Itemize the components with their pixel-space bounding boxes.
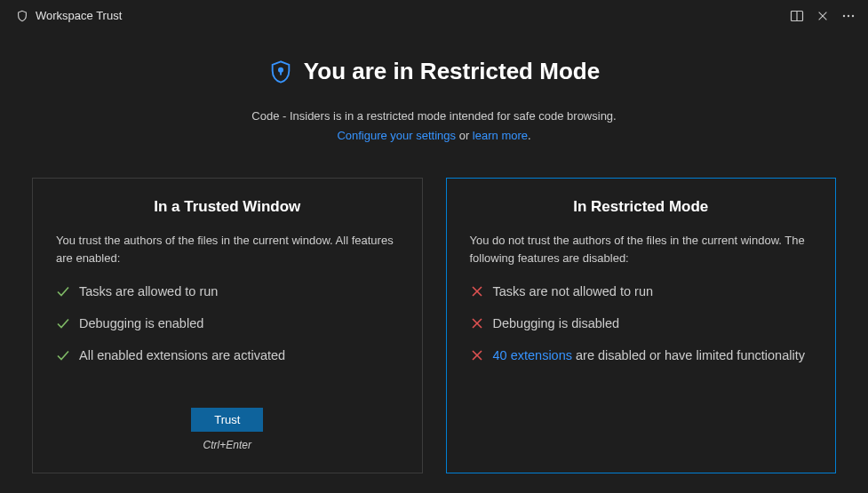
check-icon (56, 316, 70, 330)
tab-workspace-trust[interactable]: Workspace Trust (7, 0, 131, 31)
panel-trusted-title: In a Trusted Window (56, 198, 399, 216)
trust-shortcut: Ctrl+Enter (56, 439, 399, 451)
close-icon[interactable] (816, 10, 829, 22)
svg-point-5 (848, 14, 849, 16)
panel-trusted: In a Trusted Window You trust the author… (32, 178, 423, 473)
link-configure-settings[interactable]: Configure your settings (337, 129, 456, 142)
page-subtitle: Code - Insiders is in a restricted mode … (32, 107, 836, 146)
panel-restricted: In Restricted Mode You do not trust the … (446, 178, 837, 473)
svg-point-4 (843, 14, 845, 16)
tab-label: Workspace Trust (36, 9, 122, 22)
split-editor-icon[interactable] (790, 9, 804, 23)
more-actions-icon[interactable] (841, 9, 856, 23)
list-item: Tasks are not allowed to run (470, 282, 813, 302)
panel-restricted-title: In Restricted Mode (470, 198, 813, 216)
trust-button[interactable]: Trust (191, 408, 263, 432)
list-item: Tasks are allowed to run (56, 282, 399, 302)
list-item: 40 extensions are disabled or have limit… (470, 346, 813, 366)
panel-trusted-desc: You trust the authors of the files in th… (56, 232, 399, 266)
x-icon (470, 348, 484, 362)
list-item: Debugging is enabled (56, 314, 399, 334)
page-title: You are in Restricted Mode (304, 58, 600, 85)
svg-point-7 (279, 68, 283, 71)
panel-restricted-desc: You do not trust the authors of the file… (470, 232, 813, 266)
shield-icon (268, 60, 293, 84)
x-icon (470, 316, 484, 330)
list-item: All enabled extensions are activated (56, 346, 399, 366)
list-item: Debugging is disabled (470, 314, 813, 334)
check-icon (56, 348, 70, 362)
check-icon (56, 284, 70, 298)
link-extensions[interactable]: 40 extensions (493, 348, 572, 362)
shield-icon (16, 10, 28, 22)
x-icon (470, 284, 484, 298)
link-learn-more[interactable]: learn more (473, 129, 528, 142)
svg-point-6 (852, 14, 854, 16)
